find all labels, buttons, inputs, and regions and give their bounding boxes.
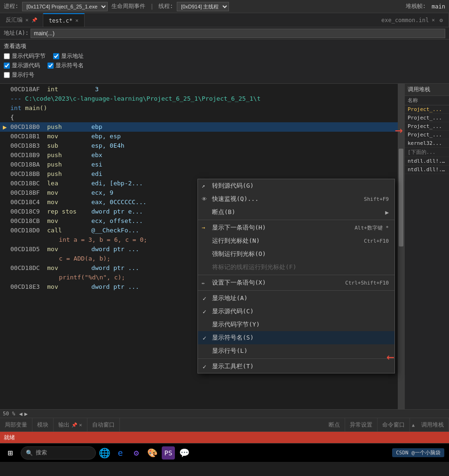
settings-icon[interactable]: ⚙ (440, 17, 443, 24)
status-text: 就绪 (4, 434, 15, 442)
annotation-arrow-2: ← (386, 349, 394, 365)
call-item[interactable]: kernel32... (405, 139, 449, 148)
call-item[interactable]: Project_... (405, 131, 449, 139)
ctx-force-run[interactable]: 强制运行到光标(O) (198, 247, 394, 261)
tab-auto[interactable]: 自动窗口 (87, 418, 120, 431)
taskbar-icon-ie[interactable]: e (114, 446, 127, 460)
ctx-show-bytes[interactable]: 显示代码字节(Y) (198, 318, 394, 331)
address-bar: 地址(A): (0, 27, 449, 40)
zoom-left-btn[interactable]: ◀ (18, 411, 24, 417)
ctx-sep (198, 358, 394, 359)
ctx-show-source[interactable]: 显示源代码(C) (198, 305, 394, 318)
quickwatch-icon: 👁 (202, 196, 207, 202)
ctx-show-lineno[interactable]: 显示行号(L) (198, 344, 394, 357)
options-row-1: 显示代码字节 显示地址 (4, 52, 445, 60)
stack-label: 堆栈帧: (406, 2, 426, 10)
tab-common-close[interactable]: ✕ (432, 17, 435, 23)
option-show-symbol[interactable]: 显示符号名 (47, 62, 84, 70)
tab-callstack-bottom[interactable]: 调用堆栈 (417, 418, 449, 431)
zoom-bar: 50 % ◀ ▶ (0, 409, 449, 418)
ctx-show-next[interactable]: → 显示下一条语句(H) Alt+数字键 * (198, 221, 394, 234)
code-line-func: int main() (0, 103, 404, 113)
taskbar-icon-wechat[interactable]: 💬 (178, 446, 191, 460)
code-line-path: --- C:\code\2023\c-language-learning\Pro… (0, 94, 404, 103)
code-line: 00CD18B3 sub esp, 0E4h (0, 141, 404, 151)
call-group: [下面的... (405, 148, 449, 157)
tab-test-close[interactable]: ✕ (75, 17, 79, 24)
call-item[interactable]: Project_... (405, 114, 449, 122)
call-item[interactable]: ntdll.dll!... (405, 157, 449, 166)
ctx-thread-run: 将标记的线程运行到光标处(F) (198, 261, 394, 274)
code-line-brace: { (0, 113, 404, 122)
taskbar-right: CSDN @一个小脑袋 (389, 448, 447, 457)
call-item[interactable]: ntdll.dll!... (405, 166, 449, 174)
taskbar-label: CSDN @一个小脑袋 (392, 448, 444, 457)
ctx-breakpoint[interactable]: 断点(B) ▶ (198, 206, 394, 219)
option-show-lineno[interactable]: 显示行号 (4, 71, 34, 79)
tab-output[interactable]: 输出 📌 ✕ (54, 418, 87, 431)
addr-input[interactable] (31, 29, 445, 38)
thread-select[interactable]: [0xD914] 主线程 (177, 2, 229, 11)
top-bar: 进程: [0x117C4] Project_6_25_1.exe 生命周期事件 … (0, 0, 449, 13)
search-bar[interactable]: 🔍 搜索 (21, 446, 96, 460)
tab-test[interactable]: test.c* ✕ (43, 13, 85, 27)
code-line: 00CD18BB push edi (0, 169, 404, 179)
taskbar: ⊞ 🔍 搜索 🌐 e ⚙ 🎨 PS 💬 CSDN @一个小脑袋 (0, 443, 449, 462)
ctx-show-toolbar[interactable]: 显示工具栏(T) (198, 360, 394, 373)
tab-common-label: exe_common.inl (381, 17, 429, 24)
tab-exceptions[interactable]: 异常设置 (345, 418, 378, 431)
ctx-run-to-cursor[interactable]: 运行到光标处(N) Ctrl+F10 (198, 234, 394, 247)
tab-modules[interactable]: 模块 (32, 418, 54, 431)
taskbar-icon-vs[interactable]: ⚙ (130, 446, 143, 460)
code-line: 00CD18B9 push ebx (0, 151, 404, 160)
context-menu: ↗ 转到源代码(G) 👁 快速监视(Q)... Shift+F9 断点(B) ▶… (197, 179, 395, 373)
tab-disasm-label: 反汇编 (6, 16, 23, 24)
tab-locals[interactable]: 局部变量 (0, 418, 32, 431)
ctx-sep (198, 290, 394, 291)
options-title: 查看选项 (4, 42, 445, 50)
zoom-right-btn[interactable]: ▶ (24, 411, 29, 417)
process-select[interactable]: [0x117C4] Project_6_25_1.exe (22, 2, 108, 11)
taskbar-icon-colorful[interactable]: 🌐 (98, 446, 111, 460)
panel-expand[interactable]: ▲ (410, 418, 417, 431)
pin-icon[interactable]: 📌 (32, 17, 37, 23)
code-line: 00CD18B1 mov ebp, esp (0, 132, 404, 141)
ctx-set-next[interactable]: ✏ 设置下一条语句(X) Ctrl+Shift+F10 (198, 276, 394, 289)
option-show-bytes[interactable]: 显示代码字节 (4, 52, 46, 60)
code-line: 00CD18BA push esi (0, 160, 404, 169)
lifecycle-label: 生命周期事件 (111, 2, 145, 10)
option-show-source[interactable]: 显示源代码 (4, 62, 40, 70)
search-label: 搜索 (36, 449, 47, 457)
options-row-3: 显示行号 (4, 71, 445, 79)
addr-label: 地址(A): (4, 29, 29, 37)
tab-bar: 反汇编 ✕ 📌 test.c* ✕ exe_common.inl ✕ ⚙ (0, 13, 449, 27)
call-item[interactable]: Project_... (405, 122, 449, 131)
ctx-show-addr[interactable]: 显示地址(A) (198, 292, 394, 305)
taskbar-icon-terminal[interactable]: PS (162, 446, 175, 460)
submenu-arrow: ▶ (385, 209, 389, 216)
tab-command[interactable]: 命令窗口 (378, 418, 410, 431)
zoom-value: 50 % (0, 411, 18, 417)
goto-source-icon: ↗ (202, 182, 205, 189)
ctx-sep (198, 275, 394, 275)
tab-common[interactable]: exe_common.inl ✕ ⚙ (376, 13, 449, 27)
taskbar-icon-paint[interactable]: 🎨 (146, 446, 159, 460)
code-line: 00CD18AF int 3 (0, 85, 404, 94)
ctx-sep (198, 220, 394, 220)
annotation-arrow-1: ← (395, 122, 403, 138)
scrollbar-thumb[interactable] (399, 149, 403, 246)
ctx-show-symbol[interactable]: 显示符号名(S) (198, 331, 394, 344)
ctx-quickwatch[interactable]: 👁 快速监视(Q)... Shift+F9 (198, 192, 394, 206)
option-show-addr[interactable]: 显示地址 (53, 52, 84, 60)
tab-disasm[interactable]: 反汇编 ✕ 📌 (0, 13, 43, 27)
call-item[interactable]: Project_... (405, 105, 449, 114)
tab-test-label: test.c* (49, 17, 73, 24)
ctx-goto-source[interactable]: ↗ 转到源代码(G) (198, 179, 394, 192)
set-next-icon: ✏ (202, 280, 205, 286)
tab-disasm-close[interactable]: ✕ (25, 17, 29, 23)
start-button[interactable]: ⊞ (2, 444, 19, 461)
code-line-current: ▶ 00CD18B0 push ebp (0, 122, 404, 132)
tab-breakpoints[interactable]: 断点 (324, 418, 345, 431)
taskbar-icons: 🌐 e ⚙ 🎨 PS 💬 (98, 446, 191, 460)
call-stack-title: 调用堆栈 (405, 84, 449, 96)
